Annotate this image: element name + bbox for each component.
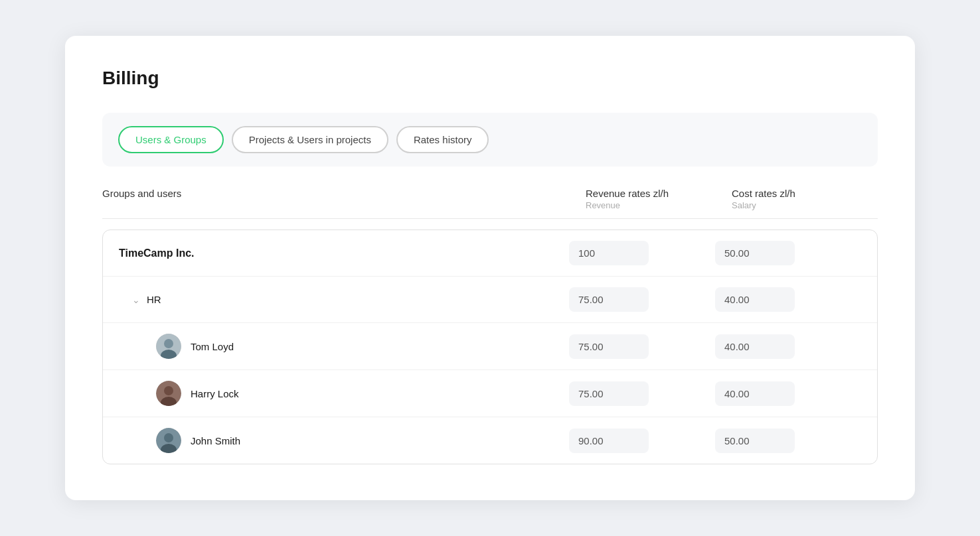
group-cost-cell bbox=[715, 287, 861, 312]
company-cost-cell bbox=[715, 241, 861, 265]
avatar bbox=[156, 428, 181, 453]
table-row: Tom Loyd bbox=[103, 323, 877, 370]
tabs-container: Users & Groups Projects & Users in proje… bbox=[102, 113, 878, 167]
company-revenue-input[interactable] bbox=[569, 241, 649, 265]
col-header-cost: Cost rates zl/h Salary bbox=[732, 188, 878, 210]
company-revenue-cell bbox=[569, 241, 715, 265]
col-header-groups: Groups and users bbox=[102, 188, 586, 210]
avatar bbox=[156, 334, 181, 359]
svg-point-7 bbox=[164, 433, 173, 442]
john-cost-input[interactable] bbox=[715, 429, 795, 453]
tab-projects-users[interactable]: Projects & Users in projects bbox=[232, 126, 388, 153]
table-row: John Smith bbox=[103, 417, 877, 464]
table-row: Harry Lock bbox=[103, 370, 877, 417]
table-header: Groups and users Revenue rates zl/h Reve… bbox=[102, 188, 878, 219]
group-hr-revenue-input[interactable] bbox=[569, 287, 649, 312]
john-revenue-input[interactable] bbox=[569, 429, 649, 453]
tom-revenue-input[interactable] bbox=[569, 334, 649, 359]
tab-users-groups[interactable]: Users & Groups bbox=[118, 126, 224, 153]
company-label: TimeCamp Inc. bbox=[119, 247, 569, 259]
john-revenue-cell bbox=[569, 429, 715, 453]
harry-revenue-input[interactable] bbox=[569, 381, 649, 406]
tom-cost-cell bbox=[715, 334, 861, 359]
data-card: TimeCamp Inc. ⌄ HR bbox=[102, 230, 878, 464]
harry-cost-cell bbox=[715, 381, 861, 406]
table-row: TimeCamp Inc. bbox=[103, 230, 877, 277]
group-revenue-cell bbox=[569, 287, 715, 312]
main-window: Billing Users & Groups Projects & Users … bbox=[65, 36, 915, 500]
group-hr-cost-input[interactable] bbox=[715, 287, 795, 312]
harry-revenue-cell bbox=[569, 381, 715, 406]
john-cost-cell bbox=[715, 429, 861, 453]
table-row: ⌄ HR bbox=[103, 277, 877, 323]
avatar bbox=[156, 381, 181, 406]
user-john-label: John Smith bbox=[119, 428, 569, 453]
chevron-down-icon[interactable]: ⌄ bbox=[132, 295, 140, 305]
tom-revenue-cell bbox=[569, 334, 715, 359]
company-cost-input[interactable] bbox=[715, 241, 795, 265]
tom-cost-input[interactable] bbox=[715, 334, 795, 359]
user-harry-label: Harry Lock bbox=[119, 381, 569, 406]
svg-point-4 bbox=[164, 386, 173, 395]
col-header-revenue: Revenue rates zl/h Revenue bbox=[586, 188, 732, 210]
harry-cost-input[interactable] bbox=[715, 381, 795, 406]
user-tom-label: Tom Loyd bbox=[119, 334, 569, 359]
page-title: Billing bbox=[102, 68, 878, 89]
tab-rates-history[interactable]: Rates history bbox=[396, 126, 489, 153]
group-label: ⌄ HR bbox=[119, 294, 569, 305]
svg-point-1 bbox=[164, 339, 173, 348]
